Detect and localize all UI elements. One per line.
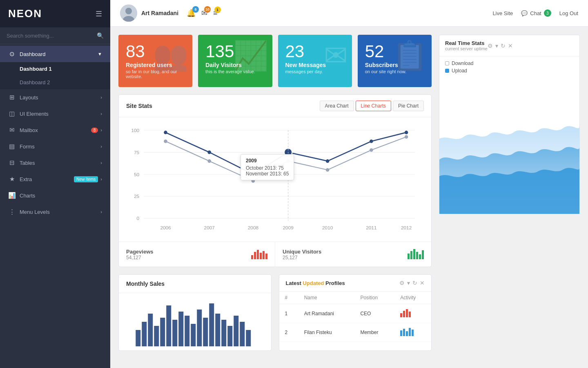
menu-levels-label: Menu Levels [20, 209, 100, 215]
tables-icon: ⊟ [8, 159, 16, 166]
svg-rect-71 [403, 329, 405, 336]
svg-rect-40 [265, 254, 267, 259]
profiles-chevron-icon[interactable]: ▾ [407, 280, 410, 286]
realtime-subtitle: current server uptime [445, 46, 488, 51]
hamburger-icon[interactable]: ☰ [96, 9, 102, 18]
dashboard-icon: ⊙ [8, 50, 16, 58]
profiles-controls: ⚙ ▾ ↻ ✕ [399, 280, 425, 286]
realtime-panel: Real Time Stats current server uptime ⚙ … [439, 35, 580, 214]
sidebar-item-ui-elements[interactable]: ◫ UI Elements › [0, 105, 110, 122]
sidebar-item-charts[interactable]: 📊 Charts [0, 187, 110, 204]
svg-text:2008: 2008 [248, 225, 259, 231]
row-num: 2 [279, 323, 298, 342]
visitors-value: 25,127 [283, 255, 321, 260]
tab-pie-chart[interactable]: Pie Chart [393, 101, 424, 111]
charts-icon: 📊 [8, 192, 16, 199]
tab-line-charts[interactable]: Line Charts [356, 101, 391, 111]
svg-rect-62 [227, 326, 232, 346]
visitors-mini-chart [408, 248, 424, 261]
tab-area-chart[interactable]: Area Chart [320, 101, 354, 111]
svg-text:0: 0 [137, 215, 140, 221]
svg-text:25: 25 [134, 193, 140, 199]
mailbox-label: Mailbox [20, 127, 91, 133]
tasks-button[interactable]: ≡ 1 [213, 9, 218, 18]
profiles-refresh-icon[interactable]: ↻ [412, 280, 417, 286]
chevron-right-icon-4: › [100, 144, 102, 149]
svg-text:2006: 2006 [160, 225, 171, 231]
chevron-down-icon: ▼ [98, 52, 102, 56]
extra-badge-new: New Items [74, 176, 98, 182]
pageviews-mini-chart [251, 248, 267, 261]
svg-rect-46 [422, 250, 424, 259]
sidebar-item-mailbox[interactable]: ✉ Mailbox 8 › [0, 122, 110, 138]
svg-point-1 [125, 8, 132, 14]
realtime-close-icon[interactable]: ✕ [508, 43, 513, 49]
svg-rect-42 [410, 251, 412, 259]
svg-rect-68 [406, 309, 408, 317]
chat-badge: 3 [544, 9, 551, 17]
realtime-chevron-icon[interactable]: ▾ [495, 43, 498, 49]
search-input[interactable] [7, 33, 97, 39]
line-chart-container: 100 75 50 25 0 2006 2007 2008 2009 2010 … [126, 121, 424, 236]
svg-rect-47 [136, 330, 140, 346]
svg-point-31 [326, 168, 330, 172]
svg-rect-49 [148, 314, 153, 346]
forms-label: Forms [20, 144, 100, 150]
profiles-close-icon[interactable]: ✕ [420, 280, 425, 286]
tables-label: Tables [20, 160, 100, 166]
svg-point-27 [164, 139, 167, 143]
svg-rect-58 [203, 318, 208, 346]
sidebar-item-dashboard2[interactable]: Dashboard 2 [0, 76, 110, 89]
sidebar-item-forms[interactable]: ▤ Forms › [0, 138, 110, 155]
svg-rect-73 [409, 328, 411, 336]
notifications-button[interactable]: 🔔 6 [187, 9, 196, 18]
charts-label: Charts [20, 193, 102, 199]
svg-rect-38 [260, 253, 262, 259]
sidebar-item-dashboard[interactable]: ⊙ Dashboard ▼ [0, 46, 110, 62]
realtime-gear-icon[interactable]: ⚙ [488, 43, 493, 49]
stat-cards: 83 Registered users so far in our blog, … [118, 35, 432, 87]
logout-link[interactable]: Log Out [559, 10, 578, 16]
svg-text:75: 75 [134, 150, 140, 155]
svg-rect-67 [403, 311, 405, 317]
sidebar-item-menu-levels[interactable]: ⋮ Menu Levels › [0, 204, 110, 220]
profiles-gear-icon[interactable]: ⚙ [399, 280, 405, 286]
sidebar-item-dashboard1[interactable]: Dashboard 1 [0, 62, 110, 76]
profiles-title: Latest Updated Profiles [286, 280, 400, 286]
svg-rect-41 [408, 254, 410, 259]
realtime-refresh-icon[interactable]: ↻ [501, 43, 506, 49]
sidebar-item-extra[interactable]: ★ Extra New Items › [0, 171, 110, 187]
row-name: Filan Fisteku [298, 323, 355, 342]
svg-point-21 [207, 150, 211, 154]
dashboard2-label: Dashboard 2 [20, 79, 50, 85]
live-site-link[interactable]: Live Site [492, 10, 513, 16]
visitors-label: Unique Visitors [283, 249, 321, 255]
row-position: Member [354, 323, 394, 342]
sidebar: NEON ☰ 🔍 ⊙ Dashboard ▼ Dashboard 1 Dashb… [0, 0, 110, 368]
svg-point-28 [207, 159, 211, 163]
svg-rect-45 [419, 254, 421, 259]
chevron-right-icon-6: › [100, 177, 102, 182]
svg-text:2009: 2009 [283, 225, 294, 231]
chat-button[interactable]: 💬 Chat 3 [521, 9, 551, 17]
svg-rect-39 [263, 251, 265, 259]
sidebar-item-tables[interactable]: ⊟ Tables › [0, 155, 110, 171]
chevron-right-icon-7: › [100, 209, 102, 214]
layouts-label: Layouts [20, 94, 100, 101]
bottom-row: Monthly Sales [118, 274, 432, 351]
profiles-header: Latest Updated Profiles ⚙ ▾ ↻ ✕ [279, 275, 432, 292]
monthly-sales-header: Monthly Sales [119, 275, 271, 293]
monthly-sales-title: Monthly Sales [126, 280, 264, 287]
mailbox-icon: ✉ [8, 126, 16, 134]
svg-text:2007: 2007 [204, 225, 215, 231]
sidebar-item-label-dashboard: Dashboard [20, 51, 98, 57]
visitors-stat: Unique Visitors 25,127 [275, 242, 431, 267]
svg-rect-37 [257, 250, 259, 259]
ui-elements-label: UI Elements [20, 111, 100, 117]
realtime-header: Real Time Stats current server uptime ⚙ … [439, 35, 579, 56]
sidebar-item-layouts[interactable]: ⊞ Layouts › [0, 89, 110, 105]
messages-button[interactable]: ✉ 10 [201, 9, 207, 18]
svg-rect-44 [416, 252, 418, 259]
svg-rect-53 [172, 320, 177, 346]
svg-text:50: 50 [134, 172, 140, 177]
